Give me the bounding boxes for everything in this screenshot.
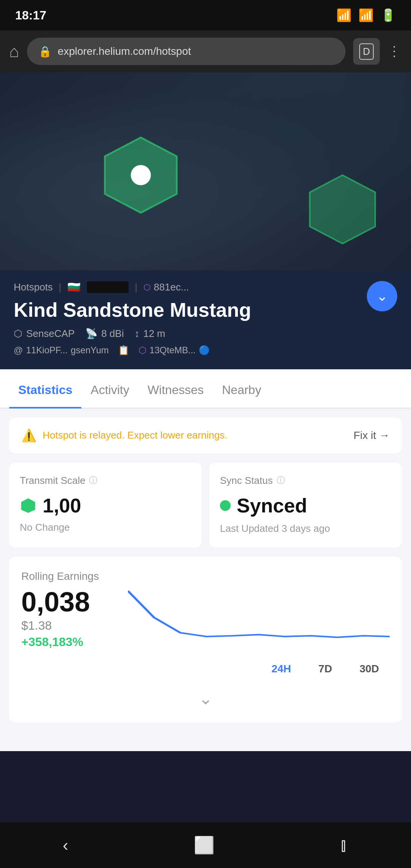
sync-dot-icon xyxy=(220,500,231,511)
addr2-icon: ⬡ xyxy=(139,345,147,356)
status-icons: 📶 📶 🔋 xyxy=(336,8,396,22)
map-hex-right xyxy=(304,171,381,247)
elevation-icon: ↕ xyxy=(134,328,139,340)
addr1-icon: @ xyxy=(14,345,23,356)
manufacturer: SenseCAP xyxy=(26,328,75,340)
back-button[interactable]: ‹ xyxy=(63,836,68,855)
addr2-icon2: 🔵 xyxy=(199,345,210,356)
addr1-text: 11KioPF... xyxy=(26,345,67,356)
sync-status-value: Synced xyxy=(237,494,307,517)
transmit-scale-info-icon[interactable]: ⓘ xyxy=(89,475,97,486)
time: 18:17 xyxy=(15,8,46,22)
hotspot-address: 881ec... xyxy=(154,281,189,293)
home-button[interactable]: ⬜ xyxy=(194,835,215,855)
warning-icon: ⚠️ xyxy=(21,428,37,443)
time-btn-30d[interactable]: 30D xyxy=(349,658,390,680)
bottom-nav: ‹ ⬜ ⫿ xyxy=(0,822,411,868)
svg-point-1 xyxy=(131,165,151,185)
sync-status-card: Sync Status ⓘ Synced Last Updated 3 days… xyxy=(209,463,402,547)
svg-marker-3 xyxy=(21,498,35,513)
hotspot-name: Kind Sandstone Mustang xyxy=(14,299,367,322)
earnings-change: +358,183% xyxy=(21,635,128,649)
alert-banner: ⚠️ Hotspot is relayed. Expect lower earn… xyxy=(9,418,402,453)
earnings-label: Rolling Earnings xyxy=(21,570,390,582)
sync-status-info-icon[interactable]: ⓘ xyxy=(277,475,285,486)
sync-status-value-row: Synced xyxy=(220,494,391,517)
earnings-main: 0,038 $1.38 +358,183% xyxy=(21,587,390,649)
time-buttons: 24H 7D 30D xyxy=(21,658,390,680)
url-bar[interactable]: 🔒 explorer.helium.com/hotspot xyxy=(27,38,346,65)
transmit-scale-card: Transmit Scale ⓘ 1,00 No Change xyxy=(9,463,202,547)
transmit-scale-sub: No Change xyxy=(20,522,191,533)
address-chip: ⬡ 881ec... xyxy=(143,281,189,293)
chart-area xyxy=(128,587,390,648)
svg-marker-2 xyxy=(310,175,375,244)
map-area xyxy=(0,72,411,270)
earnings-card: Rolling Earnings 0,038 $1.38 +358,183% 2… xyxy=(9,557,402,723)
hotspot-meta: ⬡ SenseCAP 📡 8 dBi ↕ 12 m xyxy=(14,328,367,340)
time-btn-7d[interactable]: 7D xyxy=(308,658,343,680)
time-btn-24h[interactable]: 24H xyxy=(261,658,301,680)
transmit-scale-value-row: 1,00 xyxy=(20,494,191,517)
location-icon: ⬡ xyxy=(143,282,151,292)
url-text: explorer.helium.com/hotspot xyxy=(58,45,191,57)
earnings-usd: $1.38 xyxy=(21,619,128,633)
manufacturer-icon: ⬡ xyxy=(14,328,22,340)
antenna-gain: 8 dBi xyxy=(101,328,124,340)
alert-message: Hotspot is relayed. Expect lower earning… xyxy=(43,429,228,441)
tab-bar: Statistics Activity Witnesses Nearby xyxy=(0,369,411,408)
tab-witnesses[interactable]: Witnesses xyxy=(139,369,213,408)
browser-bar: ⌂ 🔒 explorer.helium.com/hotspot D ⋮ xyxy=(0,30,411,72)
main-content: ⚠️ Hotspot is relayed. Expect lower earn… xyxy=(0,408,411,751)
battery-icon: 🔋 xyxy=(381,8,396,22)
wifi-icon: 📶 xyxy=(336,8,352,22)
status-bar: 18:17 📶 📶 🔋 xyxy=(0,0,411,30)
tab-nearby[interactable]: Nearby xyxy=(213,369,270,408)
home-icon[interactable]: ⌂ xyxy=(9,42,19,61)
hotspot-addr2[interactable]: ⬡ 13QteMB... 🔵 xyxy=(139,345,210,356)
redacted-name: ■■■■■■■ xyxy=(87,281,129,293)
fix-link[interactable]: Fix it → xyxy=(354,429,390,442)
addr2-text: 13QteMB... xyxy=(150,345,196,356)
tab-switcher-button[interactable]: D xyxy=(353,38,380,65)
owner-text: gsenYum xyxy=(71,345,109,356)
expand-earnings-icon[interactable]: ⌄ xyxy=(21,680,390,712)
tab-activity[interactable]: Activity xyxy=(81,369,138,408)
recents-button[interactable]: ⫿ xyxy=(340,836,348,855)
hotspots-link[interactable]: Hotspots xyxy=(14,281,53,293)
earnings-value: 0,038 xyxy=(21,587,128,617)
alert-text: ⚠️ Hotspot is relayed. Expect lower earn… xyxy=(21,428,228,443)
hotspot-info: Hotspots | 🇧🇬 ■■■■■■■ | ⬡ 881ec... Kind … xyxy=(0,270,411,369)
hotspot-addresses: @ 11KioPF... gsenYum 📋 ⬡ 13QteMB... 🔵 xyxy=(14,345,367,356)
wifi-signal-icon: 📡 xyxy=(85,328,97,340)
expand-button[interactable]: ⌄ xyxy=(367,281,397,311)
tab-icon: D xyxy=(359,43,374,60)
elevation: 12 m xyxy=(143,328,165,340)
transmit-scale-value: 1,00 xyxy=(43,494,81,517)
chevron-down-icon: ⌄ xyxy=(376,288,388,304)
lock-icon: 🔒 xyxy=(38,45,52,58)
hex-green-icon xyxy=(20,497,37,514)
browser-menu-button[interactable]: ⋮ xyxy=(387,43,402,59)
hotspot-addr1[interactable]: @ 11KioPF... gsenYum xyxy=(14,345,109,356)
map-hex-center xyxy=(99,133,183,217)
signal-icon: 📶 xyxy=(358,8,374,22)
earnings-left: 0,038 $1.38 +358,183% xyxy=(21,587,128,649)
country-flag: 🇧🇬 xyxy=(67,281,81,294)
stats-row: Transmit Scale ⓘ 1,00 No Change Sync Sta… xyxy=(9,463,402,547)
sync-status-label: Sync Status ⓘ xyxy=(220,475,391,487)
breadcrumb: Hotspots | 🇧🇬 ■■■■■■■ | ⬡ 881ec... xyxy=(14,281,367,294)
sync-last-updated: Last Updated 3 days ago xyxy=(220,522,391,535)
tab-statistics[interactable]: Statistics xyxy=(9,369,81,408)
transmit-scale-label: Transmit Scale ⓘ xyxy=(20,475,191,487)
